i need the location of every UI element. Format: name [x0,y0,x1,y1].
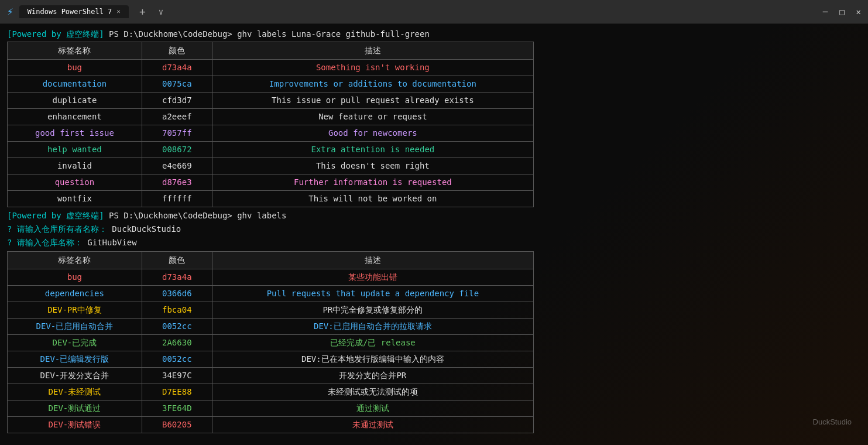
label-name-cell: documentation [8,76,142,93]
label-desc-cell: 未通过测试 [212,417,533,433]
label-name-cell: dependencies [8,286,142,302]
label-color-cell: 7057ff [142,125,212,142]
label-color-cell: 34E97C [142,368,212,384]
label-desc-cell: This issue or pull request already exist… [212,93,533,109]
q1-label: ? 请输入仓库所有者名称： [7,224,107,234]
labels-table-1: 标签名称 颜色 描述 bugd73a4aSomething isn't work… [7,42,534,207]
label-name-cell: invalid [8,158,142,174]
label-color-cell: 2A6630 [142,335,212,351]
ps-label-1: PS D:\Duckhome\CodeDebug> [109,29,232,39]
table-row: DEV-PR中修复fbca04PR中完全修复或修复部分的 [8,302,534,319]
label-color-cell: cfd3d7 [142,93,212,109]
labels-table-2: 标签名称 颜色 描述 bugd73a4a某些功能出错dependencies03… [7,251,534,433]
label-desc-cell: 某些功能出错 [212,269,533,286]
table-row: documentation0075caImprovements or addit… [8,76,534,93]
table-row: help wanted008672Extra attention is need… [8,142,534,158]
question-line-2: ? 请输入仓库名称： GitHubView [7,237,861,249]
label-name-cell: DEV-已编辑发行版 [8,351,142,368]
minimize-button[interactable]: ─ [823,7,828,16]
table-row: duplicatecfd3d7This issue or pull reques… [8,93,534,109]
label-color-cell: 0075ca [142,76,212,93]
table-row: dependencies0366d6Pull requests that upd… [8,286,534,302]
label-desc-cell: DEV:已在本地发行版编辑中输入的内容 [212,351,533,368]
question-line-1: ? 请输入仓库所有者名称： DuckDuckStudio [7,223,861,235]
watermark: DuckStudio [813,416,852,428]
q1-answer: DuckDuckStudio [112,224,181,234]
label-name-cell: bug [8,60,142,76]
ps-label-2: PS D:\Duckhome\CodeDebug> [109,211,232,220]
table-row: wontfixffffffThis will not be worked on [8,191,534,207]
label-name-cell: DEV-PR中修复 [8,302,142,319]
label-name-cell: help wanted [8,142,142,158]
table2-header-desc: 描述 [212,252,533,269]
table-row: DEV-测试错误B60205未通过测试 [8,417,534,433]
prompt-line-1: [Powered by 虚空终端] PS D:\Duckhome\CodeDeb… [7,28,861,40]
label-desc-cell: This will not be worked on [212,191,533,207]
powered-label-2: [Powered by 虚空终端] [7,211,104,220]
title-bar: ⚡ Windows PowerShell 7 ✕ + ∨ ─ □ ✕ [0,0,868,23]
label-color-cell: ffffff [142,191,212,207]
label-name-cell: DEV-已启用自动合并 [8,319,142,335]
table-row: DEV-已完成2A6630已经完成/已 release [8,335,534,351]
label-desc-cell: DEV:已启用自动合并的拉取请求 [212,319,533,335]
label-color-cell: e4e669 [142,158,212,174]
label-desc-cell: PR中完全修复或修复部分的 [212,302,533,319]
label-desc-cell: 未经测试或无法测试的项 [212,384,533,400]
label-desc-cell: 已经完成/已 release [212,335,533,351]
table-row: DEV-已启用自动合并0052ccDEV:已启用自动合并的拉取请求 [8,319,534,335]
label-name-cell: bug [8,269,142,286]
tab-dropdown-button[interactable]: ∨ [156,7,166,16]
tab-label: Windows PowerShell 7 [28,8,112,16]
table-row: DEV-测试通过3FE64D通过测试 [8,400,534,417]
label-desc-cell: 开发分支的合并PR [212,368,533,384]
label-desc-cell: Good for newcomers [212,125,533,142]
label-color-cell: 0052cc [142,351,212,368]
label-color-cell: d73a4a [142,60,212,76]
table-row: invalide4e669This doesn't seem right [8,158,534,174]
table1-header-desc: 描述 [212,42,533,60]
label-name-cell: DEV-测试错误 [8,417,142,433]
table-row: good first issue7057ffGood for newcomers [8,125,534,142]
label-name-cell: DEV-开发分支合并 [8,368,142,384]
table-row: enhancementa2eeefNew feature or request [8,109,534,125]
label-color-cell: d73a4a [142,269,212,286]
label-desc-cell: Extra attention is needed [212,142,533,158]
label-name-cell: good first issue [8,125,142,142]
label-name-cell: wontfix [8,191,142,207]
label-color-cell: 0366d6 [142,286,212,302]
label-color-cell: D7EE88 [142,384,212,400]
label-name-cell: DEV-已完成 [8,335,142,351]
label-desc-cell: New feature or request [212,109,533,125]
label-name-cell: question [8,174,142,191]
table-row: DEV-开发分支合并34E97C开发分支的合并PR [8,368,534,384]
q2-label: ? 请输入仓库名称： [7,238,83,247]
new-tab-button[interactable]: + [135,5,150,18]
window-controls: ─ □ ✕ [823,7,861,16]
label-color-cell: a2eeef [142,109,212,125]
table1-header-color: 颜色 [142,42,212,60]
label-name-cell: DEV-测试通过 [8,400,142,417]
label-desc-cell: Further information is requested [212,174,533,191]
label-name-cell: enhancement [8,109,142,125]
label-name-cell: DEV-未经测试 [8,384,142,400]
prompt-line-2: [Powered by 虚空终端] PS D:\Duckhome\CodeDeb… [7,210,861,222]
label-desc-cell: Something isn't working [212,60,533,76]
active-tab[interactable]: Windows PowerShell 7 ✕ [19,5,129,18]
maximize-button[interactable]: □ [839,7,844,16]
tab-close-button[interactable]: ✕ [116,8,121,15]
label-desc-cell: Pull requests that update a dependency f… [212,286,533,302]
label-color-cell: 3FE64D [142,400,212,417]
terminal-content: [Powered by 虚空终端] PS D:\Duckhome\CodeDeb… [7,28,861,433]
q2-answer: GitHubView [87,238,136,247]
label-color-cell: d876e3 [142,174,212,191]
label-color-cell: fbca04 [142,302,212,319]
table-row: bugd73a4aSomething isn't working [8,60,534,76]
table-row: questiond876e3Further information is req… [8,174,534,191]
table-row: DEV-未经测试D7EE88未经测试或无法测试的项 [8,384,534,400]
close-window-button[interactable]: ✕ [856,7,861,16]
label-color-cell: B60205 [142,417,212,433]
powered-label-1: [Powered by 虚空终端] [7,29,104,39]
cmd-1: ghv labels Luna-Grace github-full-green [237,29,430,39]
label-color-cell: 008672 [142,142,212,158]
label-desc-cell: This doesn't seem right [212,158,533,174]
